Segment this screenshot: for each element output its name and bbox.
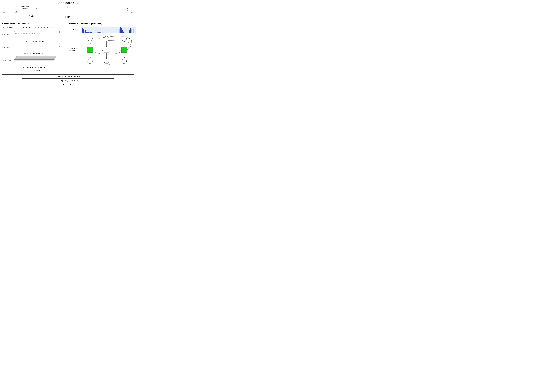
svg-point-67 bbox=[88, 36, 92, 41]
middle-section: CNN: DNA sequence 30 nucleotides A T G C… bbox=[2, 22, 134, 72]
nucleotide-label: 30 nucleotides bbox=[2, 27, 14, 29]
svg-rect-57 bbox=[134, 30, 134, 33]
svg-rect-71 bbox=[104, 47, 109, 53]
svg-text:TGA: TGA bbox=[126, 8, 130, 9]
svg-rect-56 bbox=[133, 29, 133, 33]
flatten-label: flatten + concatenate bbox=[2, 66, 66, 69]
fc-label-1: 1024 @ fully connected bbox=[2, 75, 134, 78]
svg-rect-45 bbox=[99, 32, 100, 33]
rnn-title: RNN: Ribosome profiling bbox=[69, 22, 136, 25]
svg-rect-48 bbox=[120, 27, 121, 33]
svg-rect-47 bbox=[119, 29, 119, 33]
gru-diagram: n-2 bbox=[81, 35, 136, 68]
dim1-label: 4 @ 1 x 30 bbox=[2, 34, 14, 35]
svg-point-69 bbox=[122, 36, 127, 41]
svg-text:CNN: CNN bbox=[29, 15, 34, 18]
svg-rect-35 bbox=[83, 29, 84, 33]
conv1-label: 1x1 convolution bbox=[2, 40, 66, 43]
svg-rect-40 bbox=[89, 32, 89, 33]
svg-rect-58 bbox=[135, 32, 136, 33]
svg-text:sequence: sequence bbox=[23, 7, 28, 9]
svg-rect-53 bbox=[129, 30, 130, 33]
svg-rect-30 bbox=[14, 59, 54, 61]
svg-rect-39 bbox=[87, 32, 88, 33]
cnn-title: CNN: DNA sequence bbox=[2, 22, 66, 25]
svg-text:AUG: AUG bbox=[35, 8, 38, 9]
svg-rect-46 bbox=[101, 32, 101, 33]
svg-point-68 bbox=[104, 36, 109, 41]
nucleotide-sequence: A T G C C G T A A A A A C T A bbox=[14, 27, 58, 29]
svg-text:+10: +10 bbox=[51, 12, 53, 13]
dots: • • bbox=[42, 82, 94, 86]
svg-rect-42 bbox=[91, 32, 92, 33]
flat-stack-svg: · · · bbox=[14, 56, 60, 64]
fc-section-2: 512 @ fully connected bbox=[22, 78, 114, 82]
matrix-box: 0 0 0 1 1 0 0 0 0 0 0 0 0 1 0 0 bbox=[14, 33, 59, 35]
candidate-orf-section: Candidate ORF // -50 -20 AUG +10 TGA +20… bbox=[2, 1, 134, 19]
svg-text:-50: -50 bbox=[3, 12, 5, 13]
svg-rect-54 bbox=[130, 28, 131, 33]
conv2-label: 1x12 convolution bbox=[2, 52, 66, 55]
svg-rect-70 bbox=[87, 47, 93, 53]
svg-rect-36 bbox=[84, 30, 85, 33]
svg-rect-44 bbox=[98, 32, 99, 33]
svg-point-73 bbox=[88, 59, 92, 64]
svg-point-75 bbox=[122, 59, 127, 64]
svg-text:n-2: n-2 bbox=[108, 64, 110, 65]
svg-rect-43 bbox=[97, 32, 98, 33]
svg-text:+20: +20 bbox=[131, 12, 134, 13]
svg-text:Shine-Dalgarno: Shine-Dalgarno bbox=[21, 6, 30, 7]
neurons-label: 1120 neurons bbox=[2, 69, 66, 71]
svg-text:·: · bbox=[56, 58, 57, 60]
candidate-orf-title: Candidate ORF bbox=[2, 1, 134, 5]
svg-text://: // bbox=[67, 6, 69, 8]
svg-rect-52 bbox=[124, 32, 124, 33]
svg-rect-37 bbox=[85, 30, 86, 33]
svg-rect-34 bbox=[82, 28, 83, 33]
fc-section-1: 1024 @ fully connected bbox=[2, 74, 134, 78]
svg-rect-55 bbox=[131, 29, 132, 33]
ribosome-histogram bbox=[81, 27, 136, 33]
orf-diagram: // -50 -20 AUG +10 TGA +20 Shine-Dalgarn… bbox=[2, 5, 134, 18]
gru-label: 128 @ 4 x n GRUGRU bbox=[69, 48, 81, 51]
fc-label-2: 512 @ fully connected bbox=[22, 79, 114, 82]
dim2-label: 4 @ 1 x 30 bbox=[2, 47, 14, 48]
svg-text:RNN: RNN bbox=[65, 15, 71, 18]
rnn-section: RNN: Ribosome profiling n nucleotides bbox=[68, 22, 136, 72]
dim3-label: 32 @ 1 x 19 bbox=[2, 59, 14, 61]
svg-rect-51 bbox=[123, 32, 124, 33]
cnn-section: CNN: DNA sequence 30 nucleotides A T G C… bbox=[2, 22, 68, 72]
rnn-n-nucleotides: n nucleotides bbox=[69, 29, 81, 31]
svg-rect-72 bbox=[121, 47, 127, 53]
svg-point-74 bbox=[104, 59, 109, 64]
svg-rect-50 bbox=[122, 30, 123, 33]
svg-rect-49 bbox=[121, 28, 122, 33]
svg-rect-38 bbox=[86, 32, 87, 33]
svg-rect-41 bbox=[90, 32, 91, 33]
